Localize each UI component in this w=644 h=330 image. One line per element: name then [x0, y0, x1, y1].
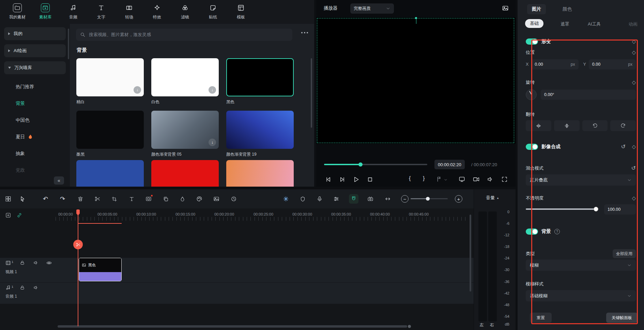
- apply-all-button[interactable]: 全部应用: [613, 249, 636, 258]
- color-palette-button[interactable]: [195, 194, 204, 204]
- tab-image[interactable]: 图片: [527, 4, 546, 14]
- marker-dropdown[interactable]: [444, 178, 448, 182]
- tab-color[interactable]: 颜色: [558, 4, 577, 14]
- more-options-button[interactable]: [301, 32, 308, 33]
- sidebar-group-mine[interactable]: 我的: [4, 27, 66, 40]
- progress-handle[interactable]: [358, 162, 363, 167]
- video-track-lane[interactable]: [0, 258, 516, 282]
- media-card-gradient-19[interactable]: [226, 111, 294, 149]
- color-dropper-button[interactable]: [178, 194, 187, 204]
- fit-timeline-button[interactable]: [383, 194, 393, 204]
- select-tool-button[interactable]: [18, 194, 27, 204]
- reset-button[interactable]: 重置: [530, 313, 552, 323]
- timeline-clip-black[interactable]: 黑色: [79, 258, 122, 281]
- media-card-gradient-05[interactable]: ↓: [151, 111, 219, 149]
- blend-reset-icon[interactable]: ↺: [631, 165, 636, 171]
- playhead-line[interactable]: [78, 209, 78, 326]
- compositing-keyframe-diamond-icon[interactable]: ◇: [632, 144, 636, 150]
- snapshot-button[interactable]: [473, 176, 479, 183]
- nav-templates[interactable]: 模板: [231, 3, 251, 20]
- nav-media-library[interactable]: 素材库: [35, 3, 55, 20]
- video-track-mute-button[interactable]: [33, 260, 39, 265]
- background-toggle[interactable]: [526, 229, 538, 235]
- playback-progress-bar[interactable]: [324, 164, 427, 165]
- sidebar-item-politics[interactable]: 党政: [0, 162, 70, 178]
- speed-button[interactable]: [229, 194, 239, 204]
- background-type-dropdown[interactable]: 模糊: [526, 260, 636, 271]
- nav-filters[interactable]: 滤镜: [175, 3, 195, 20]
- storyboard-mode-button[interactable]: [3, 194, 13, 204]
- video-track-lock-button[interactable]: [20, 260, 25, 265]
- keyframe-panel-button[interactable]: 关键帧面板: [606, 313, 638, 323]
- video-track-visibility-button[interactable]: [46, 260, 52, 266]
- subtab-mask[interactable]: 遮罩: [561, 21, 569, 27]
- rotation-dial[interactable]: [526, 89, 537, 100]
- position-y-input[interactable]: 0.00px: [589, 59, 636, 69]
- blur-style-dropdown[interactable]: 基础模糊: [526, 290, 636, 301]
- split-button[interactable]: [93, 194, 102, 204]
- quality-dropdown[interactable]: 完整画质: [350, 3, 394, 14]
- sidebar-item-chinese-colors[interactable]: 中国色: [0, 112, 70, 128]
- snapping-button[interactable]: [349, 194, 358, 204]
- freeze-frame-button[interactable]: [281, 194, 291, 204]
- sidebar-group-ai-paint[interactable]: AI绘画: [4, 44, 66, 57]
- zoom-slider-handle[interactable]: [426, 197, 430, 201]
- media-card-red[interactable]: [151, 160, 219, 187]
- media-card-ink-black[interactable]: [76, 111, 144, 149]
- media-scrollbar[interactable]: [311, 58, 312, 128]
- opacity-keyframe-diamond-icon[interactable]: ◇: [632, 195, 636, 201]
- opacity-value-input[interactable]: 100.00: [604, 204, 636, 215]
- compositing-toggle[interactable]: [526, 144, 538, 150]
- compositing-reset-icon[interactable]: ↺: [621, 143, 626, 150]
- sidebar-collapse-button[interactable]: «: [54, 176, 64, 185]
- sidebar-item-abstract[interactable]: 抽象: [0, 145, 70, 162]
- snapshot-image-button[interactable]: [502, 5, 509, 12]
- nav-stickers[interactable]: 贴纸: [203, 3, 223, 20]
- playhead-cut-button[interactable]: [73, 240, 83, 249]
- audio-track-mute-button[interactable]: [33, 285, 39, 290]
- record-voiceover-button[interactable]: [315, 194, 324, 204]
- opacity-slider-handle[interactable]: [594, 207, 598, 211]
- position-keyframe-diamond-icon[interactable]: ◇: [632, 49, 636, 56]
- rotate-right-button[interactable]: [610, 120, 636, 131]
- previous-frame-button[interactable]: [325, 176, 332, 183]
- next-frame-button[interactable]: [339, 176, 346, 183]
- redo-button[interactable]: ↷: [60, 195, 65, 203]
- nav-effects[interactable]: 特效: [147, 3, 167, 20]
- search-input[interactable]: 搜索视频、图片素材，激发灵感: [76, 29, 292, 41]
- timeline-vertical-scrollbar[interactable]: [470, 215, 471, 292]
- mark-in-button[interactable]: {: [409, 175, 411, 182]
- mute-button[interactable]: [487, 176, 493, 183]
- media-card-white[interactable]: ↓: [151, 58, 219, 96]
- nav-audio[interactable]: 音频: [63, 3, 83, 20]
- blend-mode-dropdown[interactable]: 正片叠底: [526, 174, 636, 186]
- rotate-left-button[interactable]: [582, 120, 608, 131]
- flip-vertical-button[interactable]: [554, 120, 580, 131]
- timeline-horizontal-scrollbar[interactable]: [58, 325, 407, 328]
- dual-monitor-button[interactable]: [459, 176, 465, 183]
- nav-transitions[interactable]: 转场: [119, 3, 139, 20]
- sidebar-item-hot[interactable]: 热门推荐: [0, 78, 70, 95]
- nav-text[interactable]: 文字: [91, 3, 111, 20]
- sidebar-item-background[interactable]: 背景: [0, 95, 70, 112]
- audio-track-lock-button[interactable]: [20, 285, 25, 290]
- marker-button[interactable]: [436, 176, 442, 182]
- position-x-input[interactable]: 0.00px: [531, 59, 578, 69]
- opacity-slider[interactable]: [526, 208, 596, 210]
- sidebar-item-summer[interactable]: 夏日: [0, 128, 70, 145]
- delete-button[interactable]: [76, 194, 85, 204]
- preview-canvas[interactable]: [316, 17, 516, 144]
- mask-button[interactable]: [144, 194, 153, 204]
- screen-record-button[interactable]: [366, 194, 375, 204]
- timeline-zoom-slider[interactable]: [411, 198, 448, 199]
- help-icon[interactable]: ?: [554, 229, 560, 234]
- add-text-button[interactable]: [127, 194, 136, 204]
- flip-horizont­al-button[interactable]: [526, 120, 551, 131]
- stop-button[interactable]: [367, 176, 373, 183]
- rotation-value-input[interactable]: 0.00°: [541, 90, 636, 100]
- playhead-handle[interactable]: [76, 209, 80, 214]
- zoom-in-button[interactable]: +: [455, 195, 462, 203]
- subtab-animation[interactable]: 动画: [629, 21, 638, 27]
- rotate-keyframe-diamond-icon[interactable]: ◇: [632, 79, 636, 85]
- media-card-white-soft[interactable]: ↓: [76, 58, 144, 96]
